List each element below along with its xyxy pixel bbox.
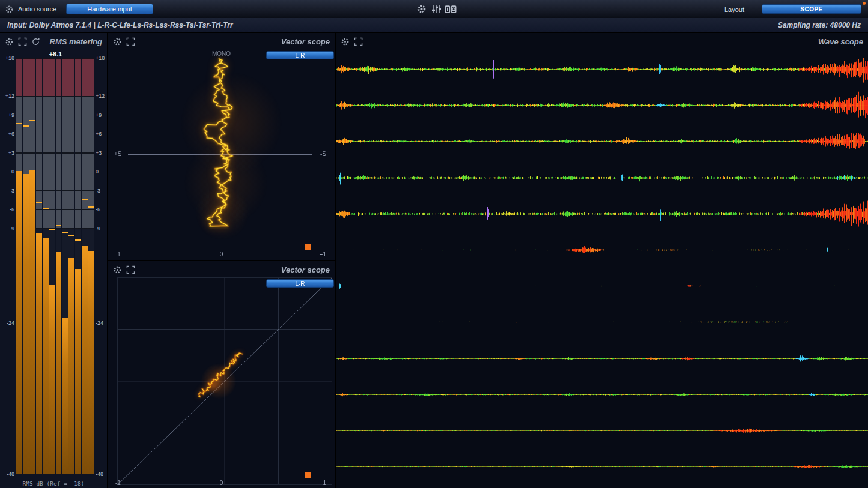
rms-meter-bar [68,58,74,474]
rms-meter-bar [16,58,22,474]
settings-gear-icon[interactable] [417,4,426,13]
axis-plus-s-label: +S [114,151,122,157]
rms-meter-bar [56,58,62,474]
audio-source-gear-icon[interactable] [5,5,14,14]
vector-bottom-xmax-label: +1 [320,480,326,486]
rms-panel-title: RMS metering [50,37,102,46]
vector-bottom-lr-button[interactable]: L-R [266,279,334,288]
vector-top-xmid-label: 0 [108,251,335,258]
mixer-sliders-icon[interactable] [432,4,441,13]
rms-scale-label: +6 [8,131,14,137]
vector-scope-top-canvas [108,33,335,260]
sampling-rate-text: Sampling rate: 48000 Hz [778,21,861,29]
rms-peak-readout: +8.1 [16,50,95,58]
wave-scope-canvas [336,50,868,488]
scope-button[interactable]: SCOPE [762,4,861,14]
rms-meter-bar [49,58,55,474]
rms-scale-label: +18 [96,55,105,61]
rms-expand-icon[interactable] [18,37,27,46]
rms-scale-label: +12 [5,93,14,99]
rms-meter-bar [23,58,29,474]
rms-scale-label: +6 [96,131,102,137]
rms-scale-label: +9 [96,112,102,118]
rms-scale-label: 0 [96,169,99,175]
rms-scale-label: -3 [10,188,14,194]
input-format-text: Input: Dolby Atmos 7.1.4 | L-R-C-Lfe-Ls-… [7,21,233,29]
top-bar: Audio source Hardware input Layout SCOPE [0,0,868,18]
rms-scale-left: +18+12+9+6+30-3-6-9-24-48 [1,58,15,478]
hardware-input-button[interactable]: Hardware input [66,4,153,14]
rms-meter-bar [36,58,42,474]
rms-settings-gear-icon[interactable] [5,37,14,46]
rms-scale-label: -24 [7,320,14,326]
io-routing-icon[interactable] [445,5,457,13]
rms-meter-bar [82,58,88,474]
vector-bottom-header: Vector scope [108,261,335,278]
vector-top-header: Vector scope [108,33,335,50]
rms-scale-label: -48 [7,471,14,477]
layout-label: Layout [724,6,744,13]
rms-meter-bar [75,58,81,474]
rms-scale-label: -6 [10,206,14,212]
wave-scope-header: Wave scope [336,33,868,50]
wave-scope-panel: Wave scope [336,33,868,488]
rms-scale-label: +18 [5,55,14,61]
wave-scope-title: Wave scope [818,37,863,46]
vector-top-expand-icon[interactable] [126,37,135,46]
rms-meter-bar [88,58,94,474]
vector-top-settings-gear-icon[interactable] [113,37,122,46]
info-bar: Input: Dolby Atmos 7.1.4 | L-R-C-Lfe-Ls-… [0,18,868,32]
vector-bottom-settings-gear-icon[interactable] [113,265,122,274]
vector-bottom-xmid-label: 0 [108,480,335,486]
vector-scope-bottom-panel: Vector scope L-R -1 0 +1 [108,261,335,488]
rms-scale-label: 0 [11,169,14,175]
rms-scale-right: +18+12+9+6+30-3-6-9-24-48 [95,58,107,478]
rms-scale-label: -9 [96,226,100,232]
vector-top-lr-button[interactable]: L-R [266,51,334,59]
vector-scope-bottom-canvas [108,261,335,488]
rms-scale-label: +3 [8,150,14,156]
vector-top-title: Vector scope [281,37,330,46]
rms-scale-label: +9 [8,112,14,118]
rms-scale-label: -6 [96,206,100,212]
rms-scale-label: +12 [96,93,105,99]
rms-metering-panel: RMS metering +8.1 +18+12+9+6+30-3-6-9-24… [0,33,107,488]
rms-panel-header: RMS metering [0,33,107,50]
rms-meter-bar [43,58,49,474]
rms-footer-label: RMS dB (Ref = -18) [0,480,107,487]
vector-top-xmax-label: +1 [320,251,326,258]
vector-bottom-color-indicator [305,472,311,478]
app-root: Audio source Hardware input Layout SCOPE… [0,0,868,488]
rms-meter-bars [16,58,95,474]
rms-meter-bar [62,58,68,474]
vector-bottom-title: Vector scope [281,265,330,274]
vector-scope-top-panel: Vector scope MONO L-R +S -S -1 0 +1 [108,33,335,260]
audio-source-label: Audio source [18,5,56,13]
axis-minus-s-label: -S [320,151,326,157]
vector-top-color-indicator [305,244,311,250]
rms-scale-label: -9 [10,226,14,232]
rms-reset-icon[interactable] [31,37,40,46]
rms-scale-label: -48 [96,471,103,477]
status-indicator-dot [863,2,866,5]
wave-settings-gear-icon[interactable] [341,37,350,46]
rms-scale-label: -3 [96,188,100,194]
wave-expand-icon[interactable] [354,37,363,46]
rms-scale-label: -24 [96,320,103,326]
rms-meter-bar [29,58,35,474]
rms-scale-label: +3 [96,150,102,156]
vector-bottom-expand-icon[interactable] [126,265,135,274]
